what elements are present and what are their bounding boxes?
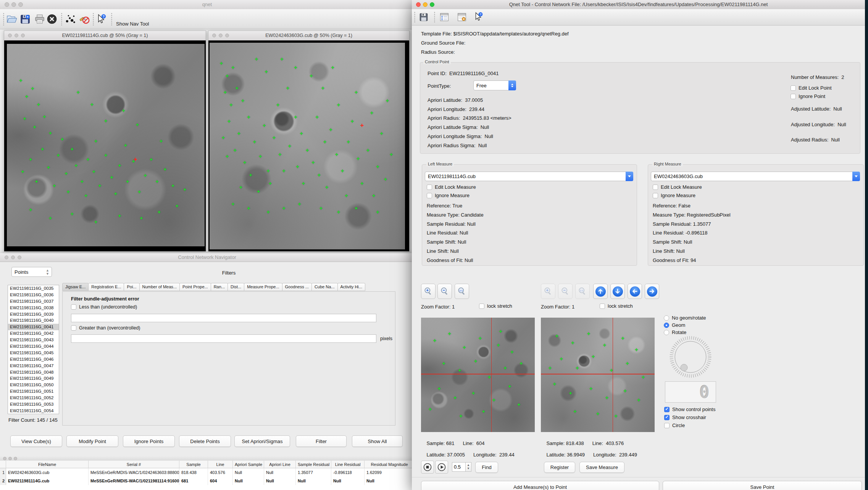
left-edit-lock-checkbox[interactable] (427, 185, 432, 190)
point-list-item[interactable]: EW211981116G_0043 (8, 337, 59, 343)
table-header-cell[interactable]: FileName (6, 461, 89, 468)
ignore-points-button[interactable]: Ignore Points (123, 435, 175, 447)
close-button[interactable] (3, 457, 6, 460)
filter-tab[interactable]: Ran... (211, 283, 228, 291)
less-than-input[interactable] (71, 314, 376, 322)
zoom-button[interactable] (14, 457, 17, 460)
table-cell[interactable]: EW0211981114G.cub (6, 477, 89, 485)
table-cell[interactable]: MeSSEnGeR/MDIS-WAC/1/0242463603:888000 (89, 468, 179, 477)
table-cell[interactable]: 818.438 (179, 468, 208, 477)
table-cell[interactable]: Null (264, 468, 296, 477)
zoom-out-right-button[interactable] (558, 284, 573, 299)
point-list-item[interactable]: EW211981116G_0035 (8, 285, 59, 292)
table-cell[interactable]: 403.576 (208, 468, 233, 477)
right-chip-image[interactable]: ++++++++++++++++++++++ (541, 318, 655, 432)
toolbar-handle[interactable] (93, 13, 94, 26)
register-button[interactable]: Register (544, 462, 575, 473)
point-list-item[interactable]: EW211981116G_0039 (8, 311, 59, 318)
table-cell[interactable]: 1.62099 (365, 468, 415, 477)
table-cell[interactable]: Null (296, 477, 331, 485)
set-apriori-sigmas-button[interactable]: Set Apriori/Sigmas (234, 435, 290, 447)
filter-tab[interactable]: Activity Hi... (337, 283, 365, 291)
table-header-cell[interactable]: Sample (179, 461, 208, 468)
measure-table[interactable]: FileNameSerial #SampleLineApriori Sample… (0, 461, 415, 485)
edit-lock-point-row[interactable]: Edit Lock Point (791, 85, 832, 91)
lock-stretch-left-checkbox[interactable] (479, 304, 484, 309)
filter-greater-row[interactable]: Greater than (overcontrolled) (71, 325, 140, 331)
cube-image[interactable]: + ++++++++++++++++++++++++++++++++++++++… (7, 44, 205, 246)
table-cell[interactable]: 604 (208, 477, 233, 485)
ignore-point-row[interactable]: Ignore Point (791, 93, 825, 99)
filter-tab[interactable]: Dist... (227, 283, 244, 291)
template-editor-icon[interactable] (439, 12, 449, 22)
point-list-item[interactable]: EW211981116G_0040 (8, 317, 59, 324)
zoom-1to1-right-button[interactable]: 1:1 (575, 284, 590, 299)
table-cell[interactable]: EW0242463603G.cub (6, 468, 89, 477)
greater-than-checkbox[interactable] (71, 325, 76, 331)
greater-than-input[interactable] (71, 334, 376, 343)
point-list-item[interactable]: EW211981116G_0051 (8, 388, 59, 395)
filter-tab[interactable]: Cube Na... (311, 283, 338, 291)
point-list[interactable]: EW211981116G_0035EW211981116G_0036EW2119… (8, 285, 59, 414)
table-cell[interactable]: Null (233, 477, 264, 485)
table-cell[interactable]: 681 (179, 477, 208, 485)
table-header-cell[interactable]: Apriori Sample (233, 461, 264, 468)
geom-row[interactable]: Geom (664, 322, 685, 328)
point-list-item[interactable]: EW211981116G_0047 (8, 363, 59, 369)
table-header-cell[interactable] (0, 461, 6, 468)
toolbar-handle[interactable] (3, 13, 4, 26)
move-down-button[interactable] (610, 284, 625, 299)
zoom-1to1-left-button[interactable]: 1:1 (455, 284, 469, 299)
minimize-button[interactable] (8, 457, 12, 460)
qnet-titlebar[interactable]: qnet (0, 0, 414, 10)
delete-points-button[interactable]: Delete Points (179, 435, 231, 447)
toolbar-handle[interactable] (434, 11, 435, 23)
filter-tab[interactable]: Point Prope... (179, 283, 211, 291)
table-header-cell[interactable]: Line Residual (331, 461, 365, 468)
table-cell[interactable]: 2 (0, 477, 6, 485)
point-list-item[interactable]: EW211981116G_0054 (8, 408, 59, 414)
point-list-item[interactable]: EW211981116G_0044 (8, 343, 59, 350)
rotate-radio[interactable] (664, 330, 669, 335)
ignore-points-icon[interactable] (79, 14, 90, 24)
blink-stop-button[interactable] (421, 461, 434, 474)
modify-point-button[interactable]: Modify Point (66, 435, 118, 447)
table-header-cell[interactable]: Sample Residual (296, 461, 331, 468)
save-point-button[interactable]: Save Point (663, 481, 862, 490)
filter-less-row[interactable]: Less than (undercontrolled) (71, 304, 137, 310)
qtool-titlebar[interactable]: Qnet Tool - Control Network File: /Users… (412, 0, 865, 10)
table-header-cell[interactable]: Line (208, 461, 233, 468)
table-cell[interactable]: -0.896118 (331, 468, 365, 477)
right-edit-lock-row[interactable]: Edit Lock Measure (653, 184, 702, 190)
toolbar-handle[interactable] (111, 13, 112, 26)
table-cell[interactable]: Null (331, 477, 365, 485)
move-right-button[interactable] (645, 284, 659, 299)
save-net-icon[interactable] (419, 12, 429, 22)
lock-stretch-right-row[interactable]: lock stretch (600, 303, 633, 309)
show-control-points-checkbox[interactable] (664, 407, 670, 412)
filter-tab[interactable]: Poi... (124, 283, 139, 291)
circle-checkbox[interactable] (664, 423, 670, 428)
point-list-item[interactable]: EW211981116G_0053 (8, 401, 59, 408)
right-ignore-row[interactable]: Ignore Measure (653, 193, 695, 198)
table-header-cell[interactable]: Apriori Line (264, 461, 296, 468)
toolbar-handle[interactable] (414, 11, 415, 23)
filter-tab[interactable]: Jigsaw E... (62, 283, 89, 291)
zoom-out-left-button[interactable] (437, 284, 452, 299)
point-type-select[interactable]: Free (473, 80, 516, 90)
viewport-left-titlebar[interactable]: EW0211981114G.cub @ 50% (Gray = 1) (4, 31, 206, 41)
right-edit-lock-checkbox[interactable] (653, 185, 658, 190)
spinner-stepper[interactable]: ▲▼ (466, 462, 471, 472)
table-cell[interactable]: 1.35077 (296, 468, 331, 477)
table-cell[interactable]: 1 (0, 468, 6, 477)
zoom-in-left-button[interactable] (421, 284, 436, 299)
print-icon[interactable] (34, 14, 45, 24)
left-measure-select[interactable]: EW0211981114G.cub (425, 172, 633, 181)
filter-tab[interactable]: Number of Meas... (139, 283, 180, 291)
left-ignore-row[interactable]: Ignore Measure (427, 193, 469, 198)
plot-points-icon[interactable] (65, 14, 76, 24)
point-list-item[interactable]: EW211981116G_0037 (8, 298, 59, 305)
show-crosshair-checkbox[interactable] (664, 415, 670, 420)
less-than-checkbox[interactable] (71, 304, 76, 310)
point-list-item[interactable]: EW211981116G_0049 (8, 375, 59, 382)
